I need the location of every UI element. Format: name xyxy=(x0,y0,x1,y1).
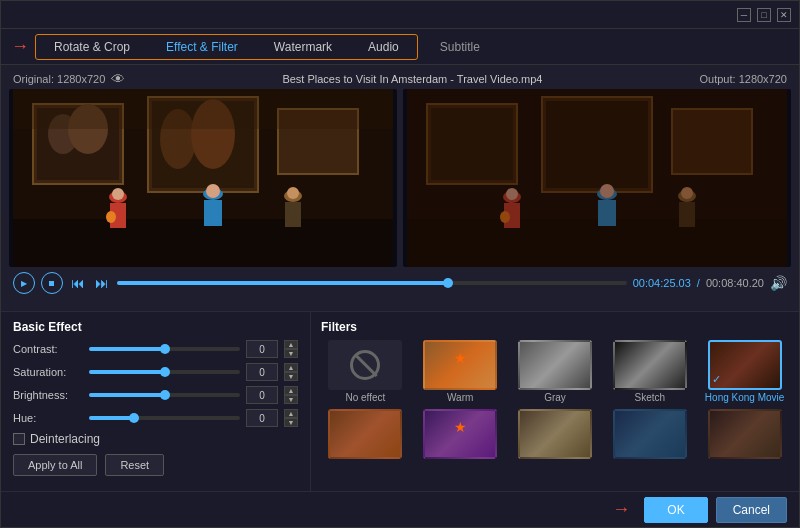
filter-item-sketch[interactable]: Sketch xyxy=(605,340,694,403)
svg-rect-39 xyxy=(407,89,787,267)
filter-label-warm: Warm xyxy=(447,392,473,403)
footer-bar: → OK Cancel xyxy=(1,491,799,527)
deinterlacing-label: Deinterlacing xyxy=(30,432,100,446)
r2-2-star: ★ xyxy=(454,419,467,435)
saturation-value[interactable]: 0 xyxy=(246,363,278,381)
red-arrow-footer-icon: → xyxy=(612,499,630,520)
svg-rect-1 xyxy=(13,219,393,267)
contrast-spinner: ▲ ▼ xyxy=(284,340,298,358)
svg-point-17 xyxy=(206,184,220,198)
contrast-label: Contrast: xyxy=(13,343,83,355)
current-time: 00:04:25.03 xyxy=(633,277,691,289)
saturation-down[interactable]: ▼ xyxy=(284,372,298,381)
filtered-video-panel xyxy=(403,89,791,267)
close-button[interactable]: ✕ xyxy=(777,8,791,22)
filter-thumb-r2-4 xyxy=(613,409,687,459)
video-area: Original: 1280x720 👁 Best Places to Visi… xyxy=(1,65,799,311)
bottom-panel: Basic Effect Contrast: 0 ▲ ▼ Saturation: xyxy=(1,311,799,491)
seek-thumb xyxy=(443,278,453,288)
tab-rotate-crop[interactable]: Rotate & Crop xyxy=(36,35,148,59)
saturation-label: Saturation: xyxy=(13,366,83,378)
filter-item-warm[interactable]: ★ Warm xyxy=(416,340,505,403)
filter-label-gray: Gray xyxy=(544,392,566,403)
brightness-up[interactable]: ▲ xyxy=(284,386,298,395)
filter-thumb-hongkong: ✓ xyxy=(708,340,782,390)
next-frame-button[interactable]: ⏭ xyxy=(93,275,111,291)
tab-subtitle[interactable]: Subtitle xyxy=(422,35,498,59)
saturation-row: Saturation: 0 ▲ ▼ xyxy=(13,363,298,381)
main-window: ─ □ ✕ → Rotate & Crop Effect & Filter Wa… xyxy=(0,0,800,528)
tab-effect-filter[interactable]: Effect & Filter xyxy=(148,35,256,59)
seek-bar[interactable] xyxy=(117,281,627,285)
brightness-value[interactable]: 0 xyxy=(246,386,278,404)
brightness-slider[interactable] xyxy=(89,393,240,397)
contrast-up[interactable]: ▲ xyxy=(284,340,298,349)
filter-thumb-warm: ★ xyxy=(423,340,497,390)
svg-rect-16 xyxy=(204,200,222,226)
stop-button[interactable]: ⏹ xyxy=(41,272,63,294)
filter-label-sketch: Sketch xyxy=(635,392,666,403)
filter-item-no-effect[interactable]: No effect xyxy=(321,340,410,403)
brightness-label: Brightness: xyxy=(13,389,83,401)
apply-to-all-button[interactable]: Apply to All xyxy=(13,454,97,476)
hue-thumb xyxy=(129,413,139,423)
no-effect-icon xyxy=(350,350,380,380)
eye-icon[interactable]: 👁 xyxy=(111,71,125,87)
deinterlacing-checkbox[interactable] xyxy=(13,433,25,445)
brightness-row: Brightness: 0 ▲ ▼ xyxy=(13,386,298,404)
filter-label-no-effect: No effect xyxy=(345,392,385,403)
warm-star: ★ xyxy=(454,350,467,366)
filter-grid: No effect ★ Warm Gray Sketch xyxy=(321,340,789,461)
saturation-up[interactable]: ▲ xyxy=(284,363,298,372)
volume-icon[interactable]: 🔊 xyxy=(770,275,787,291)
filter-item-r2-4[interactable] xyxy=(605,409,694,461)
hue-spinner: ▲ ▼ xyxy=(284,409,298,427)
filter-label-hongkong: Hong Kong Movie xyxy=(705,392,785,403)
filter-item-r2-2[interactable]: ★ xyxy=(416,409,505,461)
hue-value[interactable]: 0 xyxy=(246,409,278,427)
reset-button[interactable]: Reset xyxy=(105,454,164,476)
saturation-thumb xyxy=(160,367,170,377)
tab-group: Rotate & Crop Effect & Filter Watermark … xyxy=(35,34,418,60)
brightness-down[interactable]: ▼ xyxy=(284,395,298,404)
tab-watermark[interactable]: Watermark xyxy=(256,35,350,59)
filter-item-r2-5[interactable] xyxy=(700,409,789,461)
red-arrow-icon: → xyxy=(11,36,29,57)
filter-thumb-r2-5 xyxy=(708,409,782,459)
basic-effect-panel: Basic Effect Contrast: 0 ▲ ▼ Saturation: xyxy=(1,312,311,491)
contrast-slider[interactable] xyxy=(89,347,240,351)
hue-fill xyxy=(89,416,134,420)
contrast-row: Contrast: 0 ▲ ▼ xyxy=(13,340,298,358)
filter-thumb-r2-2: ★ xyxy=(423,409,497,459)
prev-frame-button[interactable]: ⏮ xyxy=(69,275,87,291)
time-separator: / xyxy=(697,277,700,289)
cancel-button[interactable]: Cancel xyxy=(716,497,787,523)
hue-up[interactable]: ▲ xyxy=(284,409,298,418)
svg-rect-21 xyxy=(13,89,393,129)
saturation-slider[interactable] xyxy=(89,370,240,374)
play-button[interactable]: ▶ xyxy=(13,272,35,294)
video-filename: Best Places to Visit In Amsterdam - Trav… xyxy=(282,73,542,85)
output-resolution: Output: 1280x720 xyxy=(700,73,787,85)
filter-item-hongkong[interactable]: ✓ Hong Kong Movie xyxy=(700,340,789,403)
maximize-button[interactable]: □ xyxy=(757,8,771,22)
hue-down[interactable]: ▼ xyxy=(284,418,298,427)
filter-thumb-gray xyxy=(518,340,592,390)
saturation-spinner: ▲ ▼ xyxy=(284,363,298,381)
hue-slider[interactable] xyxy=(89,416,240,420)
seek-bar-fill xyxy=(117,281,448,285)
hue-row: Hue: 0 ▲ ▼ xyxy=(13,409,298,427)
tab-bar: → Rotate & Crop Effect & Filter Watermar… xyxy=(1,29,799,65)
filter-item-r2-1[interactable] xyxy=(321,409,410,461)
ok-button[interactable]: OK xyxy=(644,497,707,523)
svg-point-14 xyxy=(106,211,116,223)
total-time: 00:08:40.20 xyxy=(706,277,764,289)
filter-item-r2-3[interactable] xyxy=(511,409,600,461)
video-info-row: Original: 1280x720 👁 Best Places to Visi… xyxy=(9,69,791,89)
tab-audio[interactable]: Audio xyxy=(350,35,417,59)
filter-item-gray[interactable]: Gray xyxy=(511,340,600,403)
playback-controls: ▶ ⏹ ⏮ ⏭ 00:04:25.03 / 00:08:40.20 🔊 xyxy=(9,267,791,299)
contrast-value[interactable]: 0 xyxy=(246,340,278,358)
contrast-down[interactable]: ▼ xyxy=(284,349,298,358)
minimize-button[interactable]: ─ xyxy=(737,8,751,22)
